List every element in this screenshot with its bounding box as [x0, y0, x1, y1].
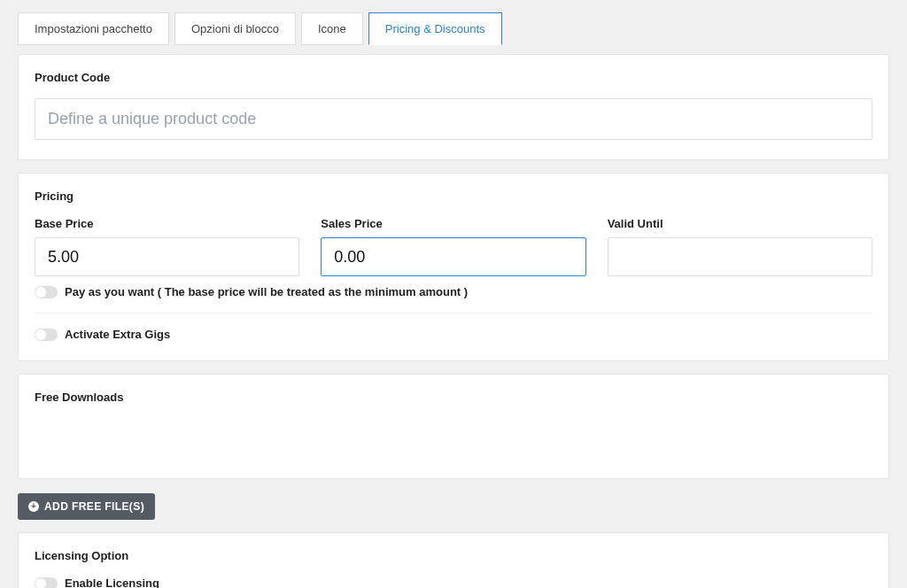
product-code-input[interactable] [35, 98, 872, 140]
enable-licensing-toggle[interactable] [35, 577, 58, 589]
base-price-field: Base Price [35, 217, 299, 276]
activate-extra-gigs-label: Activate Extra Gigs [65, 328, 170, 341]
pay-as-you-want-toggle[interactable] [35, 286, 58, 298]
tabs-nav: Impostazioni pacchetto Opzioni di blocco… [18, 0, 889, 45]
valid-until-field: Valid Until [608, 217, 872, 276]
sales-price-input[interactable] [321, 237, 585, 276]
pricing-panel: Pricing Base Price Sales Price Valid Unt… [18, 173, 889, 361]
licensing-panel: Licensing Option Enable Licensing [18, 532, 889, 588]
tab-icons[interactable]: Icone [301, 12, 363, 45]
valid-until-label: Valid Until [608, 217, 872, 230]
product-code-panel: Product Code [18, 54, 889, 160]
base-price-label: Base Price [35, 217, 299, 230]
enable-licensing-label: Enable Licensing [65, 576, 159, 588]
pricing-divider [35, 313, 872, 313]
licensing-title: Licensing Option [35, 549, 872, 562]
free-downloads-title: Free Downloads [35, 391, 872, 404]
tab-package-settings[interactable]: Impostazioni pacchetto [18, 12, 169, 45]
pay-as-you-want-label: Pay as you want ( The base price will be… [65, 285, 468, 298]
sales-price-label: Sales Price [321, 217, 585, 230]
plus-icon: + [28, 501, 39, 512]
tab-block-options[interactable]: Opzioni di blocco [174, 12, 296, 45]
pricing-title: Pricing [35, 190, 872, 203]
base-price-input[interactable] [35, 237, 299, 276]
valid-until-input[interactable] [608, 237, 872, 276]
add-free-file-button[interactable]: + Add Free File(s) [18, 493, 155, 520]
sales-price-field: Sales Price [321, 217, 585, 276]
free-downloads-panel: Free Downloads [18, 374, 889, 479]
product-code-title: Product Code [35, 71, 872, 84]
add-free-file-label: Add Free File(s) [44, 500, 144, 513]
activate-extra-gigs-toggle[interactable] [35, 329, 58, 341]
tab-pricing-discounts[interactable]: Pricing & Discounts [368, 12, 502, 45]
